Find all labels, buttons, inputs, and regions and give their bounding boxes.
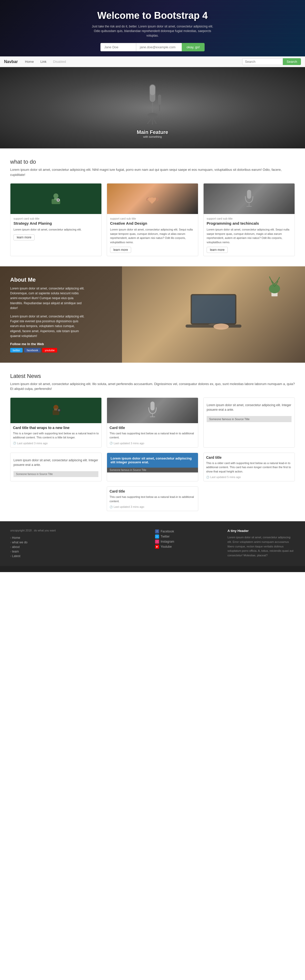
news-card-2-meta: Last updated 3 mins ago — [110, 442, 195, 445]
news-card-2-body: Card title This card has supporting text… — [107, 423, 198, 447]
what-to-do-lead: Lorem ipsum dolor sit amet, consectetur … — [10, 167, 295, 177]
footer-tiny-text: Lorem ipsum dolor sit amet, consectetur … — [227, 535, 295, 558]
news-card-6: Card title This is a older card with sup… — [203, 453, 295, 482]
footer: uncopyright 2018 . do what you want Home… — [0, 521, 305, 566]
hero-content: Welcome to Bootstrap 4 Just take the ris… — [84, 0, 221, 56]
navbar-link-home[interactable]: Home — [22, 57, 37, 66]
hero-email-input[interactable] — [136, 43, 182, 51]
card-strategy-title: Strategy And Planing — [13, 221, 98, 226]
news-card-6-text: This is a older card with supporting tex… — [206, 461, 292, 474]
footer-tiny-header: A tiny Header — [227, 529, 295, 533]
hero-title: Welcome to Bootstrap 4 — [89, 10, 216, 21]
navbar-brand: Navbar — [4, 59, 18, 64]
latest-news-title: Latest News — [10, 373, 295, 379]
card-programming-subtitle: support card sub title — [207, 217, 292, 220]
cards-row: support card sub title Strategy And Plan… — [10, 183, 295, 256]
svg-rect-1 — [150, 85, 155, 95]
svg-rect-27 — [54, 409, 58, 410]
news-card-5: Lorem ipsum dolor sit amet, consectetur … — [107, 453, 198, 482]
microphone-icon — [142, 79, 163, 130]
news-card-7-title: Card title — [110, 489, 195, 493]
forest-person-icon — [49, 403, 62, 418]
footer-link-team[interactable]: team — [10, 549, 78, 554]
news-card-1-text: This is a longer card with supporting te… — [13, 431, 99, 440]
svg-rect-30 — [151, 402, 154, 410]
navbar: Navbar Home Link Disabled Search — [0, 56, 305, 67]
youtube-icon: ▶ — [155, 545, 159, 549]
main-banner: Main Feature with something — [0, 67, 305, 148]
facebook-button[interactable]: facebook — [24, 348, 41, 353]
footer-col-2 — [83, 529, 150, 558]
news-card-1-image — [10, 398, 102, 423]
hero-subtitle: Just take the risk and do it, better. Lo… — [89, 24, 216, 38]
search-input[interactable] — [242, 58, 283, 65]
footer-twitter-label: Twitter — [160, 535, 170, 538]
card-design-btn[interactable]: learn more — [110, 247, 131, 253]
card-programming-image — [203, 183, 295, 214]
card-design-body: support card sub title Creative And Desi… — [107, 214, 198, 256]
svg-point-21 — [213, 323, 229, 329]
footer-social-twitter[interactable]: t Twitter — [155, 534, 222, 539]
card-programming-btn[interactable]: learn more — [207, 247, 228, 253]
twitter-button[interactable]: twitter — [10, 348, 22, 353]
person-camera-icon — [49, 192, 62, 205]
mic-small-icon — [244, 189, 254, 209]
card-strategy-body: support card sub title Strategy And Plan… — [10, 214, 102, 243]
about-title: About Me — [10, 277, 86, 283]
youtube-button[interactable]: youtube — [42, 348, 57, 353]
svg-rect-7 — [158, 95, 161, 105]
news-card-1-title: Card title that wraps to a new line — [13, 426, 99, 430]
card-programming-text: Lorem ipsum dolor sit amet, consectetur … — [207, 228, 292, 244]
about-text1: Lorem ipsum dolor sit amet, consectetur … — [10, 286, 86, 310]
footer-col-1: uncopyright 2018 . do what you want Home… — [10, 529, 78, 558]
svg-point-29 — [58, 409, 60, 411]
hero-name-input[interactable] — [100, 43, 136, 51]
news-card-7: Card title This card has supporting text… — [107, 487, 198, 511]
plant-icon — [264, 271, 285, 297]
card-programming: support card sub title Programming and t… — [203, 183, 295, 256]
footer-bottom — [0, 566, 305, 572]
footer-youtube-label: Youtube — [160, 545, 172, 549]
news-mic-icon — [148, 400, 157, 421]
news-card-5-source: Someone famous in Source Title — [107, 468, 198, 473]
twitter-icon: t — [155, 535, 159, 539]
footer-col-4: A tiny Header Lorem ipsum dolor sit amet… — [227, 529, 295, 558]
card-strategy-btn[interactable]: learn more — [13, 234, 35, 240]
footer-copyright: uncopyright 2018 . do what you want — [10, 529, 78, 532]
hero-submit-button[interactable]: okay, go! — [182, 43, 205, 51]
about-text2: Lorem ipsum dolor sit amet, consectetur … — [10, 314, 86, 339]
news-card-2: Card title This card has supporting text… — [107, 398, 198, 447]
navbar-search: Search — [242, 58, 301, 65]
news-card-1-meta: Last updated 3 mins ago — [13, 442, 99, 445]
facebook-icon: f — [155, 530, 159, 533]
news-card-1: Card title that wraps to a new line This… — [10, 398, 102, 447]
news-card-2-image — [107, 398, 198, 423]
footer-social-instagram[interactable]: i Instagram — [155, 539, 222, 544]
footer-facebook-label: Facebook — [160, 530, 174, 533]
news-card-7-text: This card has supporting text below as a… — [110, 495, 195, 503]
svg-point-3 — [148, 113, 157, 117]
svg-line-4 — [148, 117, 152, 124]
footer-social-facebook[interactable]: f Facebook — [155, 529, 222, 534]
about-laptop-image — [122, 266, 305, 363]
news-card-3: Lorem ipsum dolor sit amet, consectetur … — [203, 398, 295, 447]
news-card-6-body: Card title This is a older card with sup… — [203, 453, 295, 481]
card-design-image — [107, 183, 198, 214]
card-design-title: Creative And Design — [110, 221, 195, 226]
news-card-7-body: Card title This card has supporting text… — [107, 487, 198, 511]
card-strategy-subtitle: support card sub title — [13, 217, 98, 220]
news-grid-row2: Lorem ipsum dolor sit amet, consectetur … — [10, 453, 295, 482]
hands-heart-icon — [145, 191, 160, 206]
footer-link-whatwedo[interactable]: what we do — [10, 540, 78, 545]
footer-link-latest[interactable]: Latest — [10, 554, 78, 558]
navbar-link-link[interactable]: Link — [37, 57, 49, 66]
about-follow-label: Follow me In the Web — [10, 342, 86, 346]
footer-link-home[interactable]: Home — [10, 536, 78, 540]
svg-point-9 — [53, 193, 59, 199]
hero-form: okay, go! — [89, 43, 216, 51]
footer-link-about[interactable]: about — [10, 545, 78, 549]
latest-news-section: Latest News Lorem ipsum dolor sit amet, … — [0, 363, 305, 522]
footer-social-youtube[interactable]: ▶ Youtube — [155, 544, 222, 549]
news-card-7-meta: Last updated 3 mins ago — [110, 505, 195, 508]
search-button[interactable]: Search — [283, 58, 301, 65]
